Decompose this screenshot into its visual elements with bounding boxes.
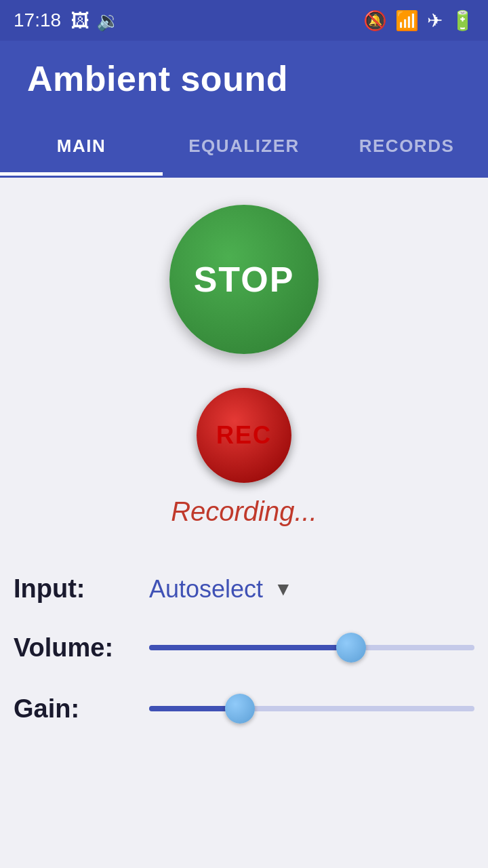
app-title: Ambient sound [27, 58, 288, 99]
gain-slider[interactable] [149, 692, 474, 726]
tab-equalizer[interactable]: EQUALIZER [163, 117, 325, 176]
volume-label: Volume: [14, 633, 136, 663]
image-icon: 🖼 [70, 9, 89, 32]
volume-fill [149, 645, 351, 650]
status-left: 17:18 🖼 🔉 [14, 9, 120, 32]
wifi-icon: 📶 [395, 9, 419, 32]
dropdown-arrow-icon: ▼ [274, 578, 293, 600]
recording-status: Recording... [171, 496, 317, 527]
gain-thumb[interactable] [225, 694, 255, 724]
tab-main[interactable]: MAIN [0, 117, 163, 176]
tab-equalizer-label: EQUALIZER [188, 136, 300, 157]
sound-icon: 🔉 [96, 9, 120, 32]
gain-label: Gain: [14, 694, 136, 724]
tabs-bar: MAIN EQUALIZER RECORDS [0, 117, 488, 178]
airplane-icon: ✈ [427, 9, 443, 32]
main-content: STOP REC Recording... Input: Autoselect … [0, 178, 488, 766]
status-icons-right: 🔕 📶 ✈ 🔋 [363, 9, 474, 32]
app-bar: Ambient sound [0, 41, 488, 117]
tab-records-label: RECORDS [359, 136, 455, 157]
tab-records[interactable]: RECORDS [325, 117, 488, 176]
volume-thumb[interactable] [336, 633, 366, 663]
input-label: Input: [14, 574, 136, 604]
tab-main-label: MAIN [57, 136, 106, 157]
volume-track [149, 645, 474, 650]
controls-panel: Input: Autoselect ▼ Volume: Gain: [14, 561, 474, 739]
volume-row: Volume: [14, 617, 474, 678]
battery-icon: 🔋 [451, 9, 474, 32]
gain-track [149, 706, 474, 711]
gain-row: Gain: [14, 678, 474, 739]
stop-button-label: STOP [194, 259, 295, 300]
status-bar: 17:18 🖼 🔉 🔕 📶 ✈ 🔋 [0, 0, 488, 41]
rec-button[interactable]: REC [197, 388, 291, 483]
stop-button[interactable]: STOP [169, 205, 319, 354]
status-icons-left: 🖼 🔉 [70, 9, 120, 32]
input-value: Autoselect [149, 575, 263, 604]
status-time: 17:18 [14, 9, 61, 31]
mute-icon: 🔕 [363, 9, 387, 32]
volume-slider[interactable] [149, 631, 474, 665]
input-row: Input: Autoselect ▼ [14, 561, 474, 617]
input-dropdown[interactable]: Autoselect ▼ [149, 575, 474, 604]
rec-button-label: REC [216, 421, 272, 450]
